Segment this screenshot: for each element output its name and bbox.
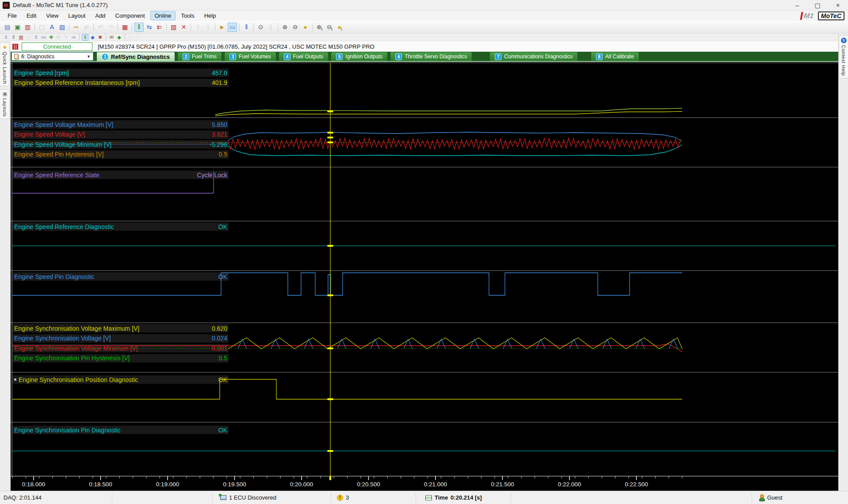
toolbar-separator: [312, 23, 313, 31]
retrieve-logged-data-icon[interactable]: ⇩: [3, 34, 9, 41]
layouts-label: Layouts: [2, 98, 8, 117]
send-config-icon[interactable]: ⇧: [10, 34, 17, 41]
send-package-a-icon: ⇧: [193, 23, 202, 32]
time-value: 0:20.214 [s]: [451, 494, 482, 501]
add-item-icon[interactable]: ✚: [48, 34, 54, 41]
channel-value: OK: [218, 427, 227, 434]
motec-m1-tune-window: M. Default - MoTeC M1 Tune (1.4.0.277) –…: [0, 0, 848, 504]
channel-label: Engine Speed Voltage [V]: [14, 131, 85, 138]
close-button[interactable]: ×: [828, 0, 848, 10]
tab-number-badge: 6: [395, 53, 402, 60]
channel-row-engine-sync-pin-diagnostic-0[interactable]: Engine Synchronisation Pin DiagnosticOK: [12, 426, 229, 434]
upload-calibration-icon[interactable]: ⇧: [33, 34, 39, 41]
menu-layout[interactable]: Layout: [64, 11, 90, 20]
menu-edit[interactable]: Edit: [22, 11, 41, 20]
package-sync-icon: ⇄: [82, 23, 91, 32]
menu-help[interactable]: Help: [200, 11, 221, 20]
motec-logo: MoTeC: [818, 11, 844, 20]
maximize-button[interactable]: ▢: [807, 0, 828, 10]
main-toolbar: ▤▣▥▢A▨⇨⇄↶↷▦‖⇆⇇▧✕⇧⇧►▭‖⊙∥⊕⊖●⊕t⊖t●t: [0, 21, 848, 34]
package-compare-icon[interactable]: ▦: [120, 23, 130, 32]
daq-pause-icon[interactable]: ‖: [82, 34, 88, 41]
channel-value: 0.5: [219, 355, 227, 362]
channel-row-engine-sync-voltage-0[interactable]: Engine Synchronisation Voltage Maximum […: [12, 324, 229, 332]
transmit-pause-icon[interactable]: ‖: [134, 23, 144, 32]
mail-report-icon[interactable]: ✉: [108, 34, 115, 41]
channel-row-engine-speed-voltage-1[interactable]: Engine Speed Voltage [V]3.621: [12, 130, 229, 139]
channel-row-engine-sync-position-diagnostic-0[interactable]: Engine Synchronisation Position Diagnost…: [12, 375, 229, 384]
menu-bar: FileEditViewLayoutAddComponentOnlineTool…: [0, 11, 848, 21]
select-tool-icon[interactable]: ►: [218, 23, 227, 32]
display-pause-icon[interactable]: ‖: [242, 23, 251, 32]
worksheet-tab-3[interactable]: 3Fuel Volumes: [224, 52, 276, 61]
channel-label: Engine Synchronisation Pin Hysteresis [V…: [14, 355, 130, 362]
time-graph-icon: [425, 495, 432, 500]
workbook-save-icon[interactable]: ▥: [23, 23, 32, 32]
ecu-settings-icon[interactable]: ◆: [89, 34, 96, 41]
channel-row-engine-speed-0[interactable]: Engine Speed [rpm]457.0: [12, 69, 229, 77]
export-data-icon[interactable]: ⇨: [70, 34, 77, 41]
ecu-send-icon[interactable]: ⇆: [145, 23, 154, 32]
zoom-in-time-icon[interactable]: ⊕t: [315, 23, 324, 32]
channel-row-engine-sync-voltage-3[interactable]: Engine Synchronisation Pin Hysteresis [V…: [12, 354, 229, 363]
menu-component[interactable]: Component: [111, 11, 149, 20]
worksheet-tab-2[interactable]: 2Fuel Trims: [177, 52, 222, 61]
status-divider: [511, 493, 511, 503]
worksheet-tab-5[interactable]: 5Ignition Outputs: [331, 52, 388, 61]
ecu-icon: [220, 495, 226, 500]
quick-launch-tab[interactable]: ★ Quick Launch: [0, 42, 10, 86]
worksheet-tab-6[interactable]: 6Throttle Servo Diagnostics: [390, 52, 472, 61]
menu-view[interactable]: View: [42, 11, 63, 20]
worksheet-tab-1[interactable]: 1Ref/Sync Diagnostics: [96, 52, 175, 61]
save-ecu-image-icon[interactable]: ▥: [18, 34, 24, 41]
zoom-out-time-icon[interactable]: ⊖t: [325, 23, 334, 32]
workbook-selector-value: 6: Diagnostics: [21, 53, 54, 60]
run-action-icon[interactable]: ◆: [116, 34, 122, 41]
channel-row-engine-sync-voltage-2[interactable]: Engine Synchronisation Voltage Minimum […: [12, 344, 229, 352]
ecu-retrieve-icon[interactable]: ⇇: [155, 23, 164, 32]
workbook-new-icon[interactable]: ▤: [3, 23, 12, 32]
channel-row-engine-speed-voltage-3[interactable]: Engine Speed Pin Hysteresis [V]0.5: [12, 150, 229, 159]
channel-row-engine-speed-reference-state-0[interactable]: Engine Speed Reference StateCycle Lock: [12, 171, 229, 179]
channel-row-engine-speed-voltage-2[interactable]: Engine Speed Voltage Minimum [V]-5.298: [12, 140, 229, 149]
worksheet-tab-7[interactable]: 7Communications Diagnostics: [489, 52, 578, 61]
compare-documents-icon[interactable]: ▧: [169, 23, 178, 32]
toolbar-separator: [69, 23, 69, 31]
worksheet-tab-4[interactable]: 4Fuel Outputs: [279, 52, 329, 61]
live-tune-icon[interactable]: ✕: [179, 23, 188, 32]
extra-a-icon: ▢: [127, 34, 134, 41]
channel-row-engine-sync-voltage-1[interactable]: Engine Synchronisation Voltage [V]0.024: [12, 334, 229, 343]
workbook-selector[interactable]: 6: Diagnostics ▼: [11, 52, 93, 61]
zoom-extents-icon[interactable]: ●: [301, 23, 310, 32]
paste-icon[interactable]: ▨: [57, 23, 67, 32]
minimize-button[interactable]: –: [787, 0, 807, 10]
zoom-out-icon[interactable]: ⊖: [290, 23, 300, 32]
channel-row-engine-speed-pin-diagnostic-0[interactable]: Engine Speed Pin DiagnosticOK: [12, 272, 229, 281]
workbook-open-icon[interactable]: ▣: [13, 23, 22, 32]
warnings-section[interactable]: ! 3: [337, 491, 349, 504]
window-icon: ▣: [3, 92, 7, 96]
toolbar-separator: [79, 34, 80, 41]
app-icon: M.: [3, 2, 10, 9]
layouts-tab[interactable]: ▣ Layouts: [0, 89, 10, 119]
zoom-extents-time-icon[interactable]: ●t: [335, 23, 344, 32]
chart-area[interactable]: Engine Speed [rpm]457.0Engine Speed Refe…: [11, 62, 838, 491]
menu-add[interactable]: Add: [91, 11, 110, 20]
menu-tools[interactable]: Tools: [176, 11, 199, 20]
channel-label: Engine Speed Reference Instantaneous [rp…: [14, 79, 140, 86]
channel-row-engine-speed-1[interactable]: Engine Speed Reference Instantaneous [rp…: [12, 79, 229, 87]
context-help-tab[interactable]: ? Context Help: [839, 35, 848, 78]
channel-row-engine-speed-reference-diagnostic-0[interactable]: Engine Speed Reference DiagnosticOK: [12, 222, 229, 231]
menu-file[interactable]: File: [3, 11, 21, 20]
toolbar-separator: [253, 23, 254, 31]
package-save-icon[interactable]: ⇨: [72, 23, 81, 32]
menu-online[interactable]: Online: [150, 11, 176, 20]
add-comment-icon[interactable]: ▭: [40, 34, 47, 41]
worksheet-tab-8[interactable]: 8All Calibrate: [591, 52, 639, 61]
ecu-remove-icon[interactable]: ✖: [97, 34, 103, 41]
zoom-reset-icon[interactable]: ⊙: [256, 23, 265, 32]
monitor-channels-icon[interactable]: ▭: [228, 23, 237, 32]
channel-row-engine-speed-voltage-0[interactable]: Engine Speed Voltage Maximum [V]5.850: [12, 120, 229, 129]
zoom-in-icon[interactable]: ⊕: [280, 23, 290, 32]
font-size-icon[interactable]: A: [47, 23, 57, 32]
